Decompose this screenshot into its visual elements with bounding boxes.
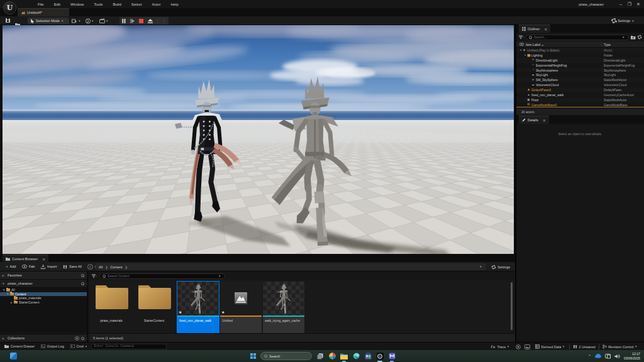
viewport-settings-dropdown[interactable]: Settings ▾	[612, 18, 635, 24]
chevron-down-icon[interactable]: ▾	[480, 265, 483, 268]
import-button[interactable]: Import	[38, 262, 60, 272]
breadcrumb-content[interactable]: Content	[110, 265, 122, 269]
search-icon[interactable]	[81, 274, 84, 277]
back-icon[interactable]	[87, 264, 93, 270]
app-m-icon[interactable]	[388, 353, 396, 360]
volume-icon[interactable]	[614, 354, 620, 359]
outliner-row[interactable]: ▾◈Untitled (Play In Editor)World	[516, 48, 644, 53]
taskbar-search[interactable]: Search	[260, 352, 312, 360]
screenshot-icon[interactable]	[525, 344, 530, 349]
minimize-button[interactable]: –	[616, 1, 625, 8]
actor-type: World	[604, 48, 612, 52]
fab-button[interactable]: Fab	[19, 262, 38, 272]
eject-button[interactable]	[148, 19, 153, 23]
collections-header[interactable]: ▸ Collections	[0, 334, 87, 342]
tab-outliner[interactable]: Outliner ✕	[519, 25, 550, 33]
close-icon[interactable]: ✕	[42, 257, 45, 261]
outliner-search-input[interactable]: Search... ▾	[526, 35, 629, 40]
menu-edit[interactable]: Edit	[49, 0, 65, 8]
column-item-label[interactable]: Item Label ▲	[526, 43, 544, 47]
outliner-row[interactable]: ☁VolumetricCloudVolumetricCloud	[516, 82, 644, 87]
asset-tile-startercontent[interactable]: StarterContent	[135, 282, 176, 333]
cmd-dropdown[interactable]: Cmd ▾	[67, 343, 92, 351]
filter-icon[interactable]	[519, 35, 524, 40]
console-command-input[interactable]: Enter Console Command	[91, 344, 167, 349]
new-folder-icon[interactable]	[631, 35, 636, 40]
outliner-row[interactable]: ▲fixed_non_planar_walkGeometryCacheActor	[516, 92, 644, 97]
outliner-row[interactable]: ●SM_SkySphereStaticMeshActor	[516, 77, 644, 82]
restore-button[interactable]: ❐	[625, 1, 634, 8]
tab-details[interactable]: Details ✕	[519, 116, 549, 124]
asset-tile-pirate-materials[interactable]: pirate_materials	[92, 282, 133, 333]
stop-button[interactable]	[139, 19, 143, 23]
blueprints-dropdown[interactable]: ▾	[86, 18, 95, 24]
save-level-button[interactable]	[6, 18, 10, 23]
add-button[interactable]: + Add	[3, 262, 19, 272]
play-options-menu[interactable]: ⋮	[162, 20, 166, 22]
output-log-button[interactable]: Output Log	[38, 343, 67, 351]
frame-skip-button[interactable]	[130, 19, 135, 23]
tree-item-startercontent[interactable]: ▸ StarterContent	[0, 300, 87, 305]
asset-tile-untitled[interactable]: ★ Untitled	[220, 282, 262, 333]
level-tab[interactable]: Untitled4*	[18, 8, 69, 16]
favorites-header[interactable]: ▸ Favorites	[0, 272, 87, 280]
onedrive-icon[interactable]	[595, 354, 601, 358]
outliner-row[interactable]: ▤GameModeBase0GameModeBase	[516, 102, 644, 107]
menu-file[interactable]: File	[33, 0, 49, 8]
tree-item-content[interactable]: ▾ Content	[0, 292, 87, 297]
add-collection-icon[interactable]	[75, 336, 79, 341]
selection-mode-dropdown[interactable]: Selection Mode ▾	[28, 18, 68, 24]
insights-icon[interactable]	[516, 344, 521, 349]
column-type[interactable]: Type	[604, 43, 611, 47]
asset-grid-scrollbar[interactable]	[511, 282, 513, 330]
close-button[interactable]: ✕	[634, 1, 643, 8]
copilot-icon[interactable]	[328, 353, 336, 360]
outliner-row[interactable]: ☁SkyLightSkyLight	[516, 72, 644, 77]
taskbar-clock[interactable]: 12:17 03/06/2025	[624, 352, 640, 360]
file-explorer-icon[interactable]	[340, 353, 348, 360]
display-icon[interactable]	[605, 354, 611, 359]
menu-window[interactable]: Window	[65, 0, 89, 8]
save-all-button[interactable]: Save All	[60, 262, 84, 272]
menu-select[interactable]: Select	[126, 0, 147, 8]
content-drawer-button[interactable]: Content Drawer	[1, 343, 38, 351]
tree-item-all[interactable]: ▾ All	[0, 288, 87, 292]
actor-label: fixed_non_planar_walk	[531, 93, 564, 97]
close-icon[interactable]: ✕	[544, 27, 547, 31]
close-icon[interactable]: ✕	[543, 118, 546, 123]
pause-button[interactable]	[122, 19, 126, 23]
eye-icon[interactable]	[519, 43, 524, 46]
cinematics-dropdown[interactable]: ▾	[99, 18, 109, 24]
content-browser-settings[interactable]: Settings	[492, 263, 510, 270]
filter-icon[interactable]	[92, 274, 97, 278]
breadcrumb-all[interactable]: All	[99, 265, 103, 269]
outliner-row[interactable]: ▾LightingFolder	[516, 53, 644, 58]
edge-icon[interactable]	[352, 353, 360, 360]
outliner-row[interactable]: ◔SkyAtmosphereSkyAtmosphere	[516, 68, 644, 73]
start-button[interactable]	[250, 353, 256, 359]
search-icon[interactable]	[81, 282, 84, 285]
asset-tile-fixed-non-planar-walk[interactable]: ★ fixed_non_planar_walk	[177, 282, 219, 333]
outliner-row[interactable]: ▣FloorStaticMeshActor	[516, 97, 644, 102]
add-actor-dropdown[interactable]: ▾	[72, 18, 82, 24]
tree-item-pirate-materials[interactable]: pirate_materials	[0, 296, 87, 300]
task-view-button[interactable]	[316, 353, 324, 360]
search-icon[interactable]	[81, 337, 84, 340]
asset-tile-walk-trying-again-cache[interactable]: walk_trying_again_cache	[263, 282, 304, 333]
menu-build[interactable]: Build	[108, 0, 126, 8]
menu-actor[interactable]: Actor	[147, 0, 165, 8]
outliner-settings-icon[interactable]	[638, 35, 641, 38]
viewport-3d[interactable]	[3, 25, 514, 254]
menu-tools[interactable]: Tools	[89, 0, 108, 8]
unreal-engine-taskbar-icon[interactable]: U	[376, 353, 384, 360]
taskbar-widgets-icon[interactable]	[10, 353, 17, 359]
outliner-row[interactable]: ♟DefaultPawn0DefaultPawn	[516, 87, 644, 92]
outliner-row[interactable]: ☀DirectionalLightDirectionalLight	[516, 58, 644, 63]
asset-search-input[interactable]: Search Content ▾	[99, 273, 225, 279]
tray-chevron-up-icon[interactable]: ⌃	[588, 354, 591, 358]
menu-help[interactable]: Help	[165, 0, 183, 8]
microsoft-store-icon[interactable]	[364, 353, 372, 360]
project-header[interactable]: ▾ pirate_character	[0, 280, 87, 288]
editor-modes-icon[interactable]	[15, 18, 20, 23]
outliner-row[interactable]: ≈ExponentialHeightFogExponentialHeightFo…	[516, 63, 644, 68]
